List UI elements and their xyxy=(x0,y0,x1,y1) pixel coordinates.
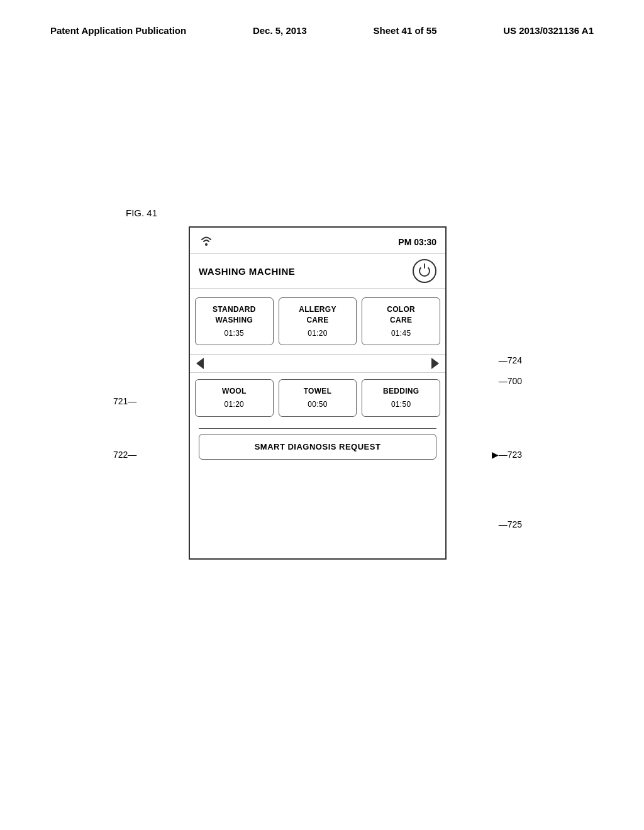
cycle-time-standard: 01:35 xyxy=(201,328,268,339)
ref-725: —725 xyxy=(499,519,522,529)
header-left: Patent Application Publication xyxy=(50,25,186,36)
cycle-card-wool[interactable]: WOOL 01:20 xyxy=(195,379,274,417)
app-header: WASHING MACHINE xyxy=(190,254,445,289)
navigation-row xyxy=(190,354,445,373)
cycle-card-color[interactable]: COLORCARE 01:45 xyxy=(362,297,440,345)
wifi-icon xyxy=(199,234,214,250)
nav-arrow-right[interactable] xyxy=(431,358,439,369)
ref-721: 721— xyxy=(113,396,136,406)
cycle-time-wool: 01:20 xyxy=(201,399,268,410)
cycle-time-towel: 00:50 xyxy=(284,399,352,410)
cycle-card-allergy[interactable]: ALLERGYCARE 01:20 xyxy=(279,297,357,345)
cycle-name-standard: STANDARDWASHING xyxy=(201,304,268,326)
patent-header: Patent Application Publication Dec. 5, 2… xyxy=(0,0,644,48)
cycle-card-towel[interactable]: TOWEL 00:50 xyxy=(279,379,357,417)
header-sheet: Sheet 41 of 55 xyxy=(374,25,437,36)
header-date: Dec. 5, 2013 xyxy=(253,25,307,36)
diagram-container: —700 —724 721— 722— ▶—723 —725 PM 03:30 … xyxy=(151,226,484,560)
cycle-cards-row2: WOOL 01:20 TOWEL 00:50 BEDDING 01:50 xyxy=(195,379,440,417)
cycle-name-color: COLORCARE xyxy=(367,304,435,326)
diagnosis-button[interactable]: SMART DIAGNOSIS REQUEST xyxy=(199,434,436,460)
device-frame: PM 03:30 WASHING MACHINE STANDARDWASHING… xyxy=(189,226,447,560)
app-title: WASHING MACHINE xyxy=(199,266,295,277)
figure-label: FIG. 41 xyxy=(126,208,157,218)
power-button[interactable] xyxy=(413,259,436,283)
cycle-name-bedding: BEDDING xyxy=(367,386,435,397)
second-cycle-row: WOOL 01:20 TOWEL 00:50 BEDDING 01:50 xyxy=(190,379,445,423)
ref-724: —724 xyxy=(499,355,522,365)
cycle-time-color: 01:45 xyxy=(367,328,435,339)
cycle-cards-row1: STANDARDWASHING 01:35 ALLERGYCARE 01:20 … xyxy=(195,297,440,345)
cycle-name-allergy: ALLERGYCARE xyxy=(284,304,352,326)
status-time: PM 03:30 xyxy=(398,237,436,247)
nav-arrow-left[interactable] xyxy=(196,358,204,369)
header-patent: US 2013/0321136 A1 xyxy=(503,25,594,36)
divider xyxy=(199,428,436,429)
cycle-name-towel: TOWEL xyxy=(284,386,352,397)
cycle-time-allergy: 01:20 xyxy=(284,328,352,339)
status-bar: PM 03:30 xyxy=(190,228,445,254)
ref-700: —700 xyxy=(499,376,522,386)
cycle-time-bedding: 01:50 xyxy=(367,399,435,410)
cycle-card-bedding[interactable]: BEDDING 01:50 xyxy=(362,379,440,417)
cycle-card-standard[interactable]: STANDARDWASHING 01:35 xyxy=(195,297,274,345)
svg-point-0 xyxy=(205,243,208,246)
first-cycle-row: STANDARDWASHING 01:35 ALLERGYCARE 01:20 … xyxy=(190,289,445,354)
cycle-name-wool: WOOL xyxy=(201,386,268,397)
ref-722: 722— xyxy=(113,450,136,460)
ref-723: ▶—723 xyxy=(492,450,522,460)
